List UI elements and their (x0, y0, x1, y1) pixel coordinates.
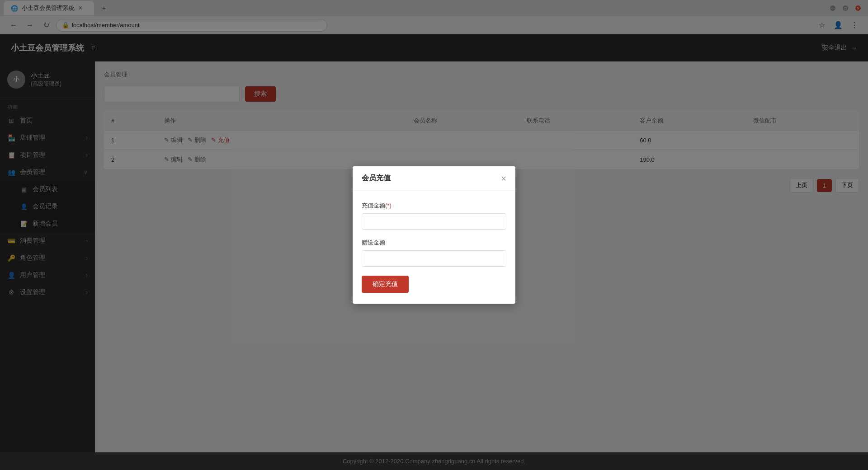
modal-overlay[interactable]: 会员充值 × 充值金额(*) 赠送金额 确定充值 (0, 0, 868, 470)
amount-group: 充值金额(*) (362, 202, 506, 230)
amount-label: 充值金额(*) (362, 202, 506, 210)
gift-label: 赠送金额 (362, 239, 506, 247)
modal-title: 会员充值 (362, 174, 391, 183)
amount-input[interactable] (362, 213, 506, 230)
recharge-modal: 会员充值 × 充值金额(*) 赠送金额 确定充值 (353, 166, 515, 304)
modal-close-btn[interactable]: × (501, 174, 506, 183)
confirm-recharge-btn[interactable]: 确定充值 (362, 276, 409, 293)
browser-window: 🌐 小土豆会员管理系统 × + — □ × ← → ↻ 🔒 localhost/… (0, 0, 868, 470)
gift-input[interactable] (362, 250, 506, 267)
modal-header: 会员充值 × (353, 166, 515, 191)
gift-group: 赠送金额 (362, 239, 506, 267)
modal-body: 充值金额(*) 赠送金额 确定充值 (353, 191, 515, 304)
